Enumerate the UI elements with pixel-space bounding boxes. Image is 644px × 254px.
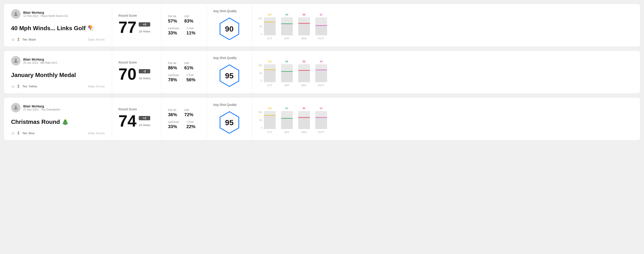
bar-line	[315, 70, 327, 70]
bar-line	[264, 69, 276, 70]
score-holes: 18 Holes	[139, 77, 150, 80]
tee-info: ☁️ 🏌️ Tee: Blue	[11, 131, 34, 135]
bar-wrapper	[315, 17, 327, 35]
stats-section: FW Hit86%GIR61%Up/Down78%1 Putt56%	[162, 51, 207, 94]
stat-value-updown: 33%	[168, 30, 179, 36]
score-holes: 18 Holes	[139, 30, 150, 33]
card-footer: ☁️ 🏌️ Tee: YellowData: Arccos	[11, 84, 105, 88]
col-value: 87	[286, 107, 288, 110]
score-badge: +5	[139, 22, 150, 26]
quality-section: Avg Shot Quality 90	[207, 4, 252, 47]
col-label: APP	[284, 131, 290, 133]
bar-line	[281, 71, 293, 72]
score-badge: -2	[139, 69, 150, 73]
user-details: Blair McHarg29 Jan 2022 · Mill Ride GCC	[23, 57, 58, 64]
user-name: Blair McHarg	[23, 57, 58, 61]
user-meta: 12 Feb 2022 · Royal North Devon GC	[23, 14, 68, 17]
stat-label-oneputt: 1 Putt	[186, 121, 195, 124]
chart-columns: 101OTT86APP96ARG99PUTT	[264, 60, 634, 87]
card-left: Blair McHarg29 Jan 2022 · Mill Ride GCCJ…	[4, 51, 112, 94]
y-label: 50	[258, 72, 262, 75]
bar-line	[298, 70, 310, 71]
weather-icon: ☁️	[11, 38, 15, 41]
user-details: Blair McHarg12 Feb 2022 · Royal North De…	[23, 10, 68, 17]
score-number: 70	[118, 66, 136, 82]
stat-value-oneputt: 56%	[186, 77, 195, 82]
stat-label-updown: Up/Down	[168, 121, 179, 124]
stat-oneputt: 1 Putt11%	[186, 27, 195, 36]
bag-icon: 🏌️	[17, 38, 20, 41]
score-row: 70-218 Holes	[118, 66, 155, 82]
col-label: ARG	[301, 37, 307, 40]
col-value: 110	[268, 107, 272, 110]
tee-label: Tee: Black	[22, 38, 36, 41]
chart-area: 100500110OTT87APP95ARG93PUTT	[258, 104, 634, 133]
stat-value-updown: 33%	[168, 124, 179, 129]
col-label: APP	[284, 37, 290, 40]
col-value: 82	[320, 13, 322, 16]
stat-label-gir: GIR	[184, 62, 193, 65]
quality-section: Avg Shot Quality 95	[207, 98, 252, 140]
chart-col-putt: 93PUTT	[315, 107, 327, 133]
card-footer: ☁️ 🏌️ Tee: BlueData: Arccos	[11, 131, 105, 135]
score-label: Round Score	[118, 14, 155, 17]
stat-value-gir: 61%	[184, 65, 193, 70]
bar-fill	[281, 24, 293, 35]
y-label: 0	[258, 127, 262, 129]
score-label: Round Score	[118, 107, 155, 111]
bar-line	[281, 118, 293, 119]
stats-row-2: Up/Down78%1 Putt56%	[168, 74, 200, 82]
stats-row-2: Up/Down33%1 Putt22%	[168, 121, 200, 129]
score-section: Round Score77+518 Holes	[112, 4, 162, 47]
stat-updown: Up/Down33%	[168, 121, 179, 129]
y-label: 0	[258, 33, 262, 35]
col-value: 95	[303, 107, 306, 110]
col-value: 93	[320, 107, 322, 110]
card-left: Blair McHarg12 Feb 2022 · Royal North De…	[4, 4, 112, 47]
score-row: 77+518 Holes	[118, 19, 155, 35]
score-row: 74+218 Holes	[118, 113, 155, 129]
chart-col-arg: 95ARG	[298, 107, 310, 133]
chart-columns: 107OTT95APP98ARG82PUTT	[264, 13, 634, 40]
chart-col-app: 86APP	[281, 60, 293, 87]
col-value: 98	[303, 13, 306, 16]
bag-icon: 🏌️	[17, 84, 20, 88]
stat-label-oneputt: 1 Putt	[186, 27, 195, 30]
bag-icon: 🏌️	[17, 131, 20, 135]
stats-row-1: FW Hit86%GIR61%	[168, 62, 200, 70]
col-value: 101	[268, 60, 272, 63]
avatar	[11, 103, 20, 112]
stats-row-1: FW Hit36%GIR72%	[168, 109, 200, 117]
stat-value-gir: 83%	[184, 18, 193, 24]
stat-label-gir: GIR	[184, 109, 193, 112]
round-card-round3: Blair McHarg27 Dec 2021 · The Oxfordshir…	[4, 97, 640, 140]
round-card-round1: Blair McHarg12 Feb 2022 · Royal North De…	[4, 3, 640, 47]
col-label: ARG	[301, 131, 307, 133]
stats-row-1: FW Hit57%GIR83%	[168, 15, 200, 24]
bar-wrapper	[281, 17, 293, 35]
bar-fill	[315, 26, 327, 35]
user-name: Blair McHarg	[23, 104, 60, 108]
chart-y-axis: 100500	[258, 64, 262, 87]
stat-fw-hit: FW Hit57%	[168, 15, 177, 24]
bar-fill	[281, 72, 293, 82]
bar-wrapper	[281, 111, 293, 129]
tee-label: Tee: Blue	[22, 131, 34, 135]
stat-oneputt: 1 Putt22%	[186, 121, 195, 129]
stat-label-gir: GIR	[184, 15, 193, 18]
round-title: 40 Mph Winds... Links Golf 🪁	[11, 25, 105, 32]
quality-score: 95	[225, 71, 234, 80]
user-meta: 29 Jan 2022 · Mill Ride GCC	[23, 61, 58, 64]
chart-section: 100500110OTT87APP95ARG93PUTT	[252, 98, 640, 140]
chart-section: 100500107OTT95APP98ARG82PUTT	[252, 4, 640, 47]
bar-fill	[264, 22, 276, 35]
stat-value-oneputt: 22%	[186, 124, 195, 129]
card-left: Blair McHarg27 Dec 2021 · The Oxfordshir…	[4, 98, 112, 140]
tee-info: ☁️ 🏌️ Tee: Black	[11, 38, 36, 41]
chart-col-app: 95APP	[281, 13, 293, 40]
col-value: 96	[303, 60, 306, 63]
y-label: 100	[258, 17, 262, 20]
score-holes: 18 Holes	[139, 124, 150, 127]
score-label: Round Score	[118, 61, 155, 64]
data-source: Data: Arccos	[88, 38, 105, 41]
